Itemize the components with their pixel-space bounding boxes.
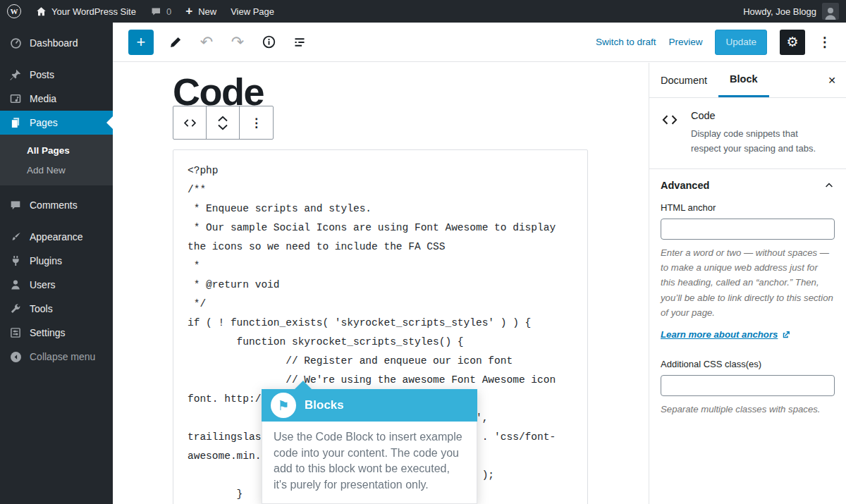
settings-toggle-button[interactable]: ⚙ [780, 30, 805, 55]
code-line: */ [188, 295, 573, 314]
chevron-up-icon [823, 180, 835, 191]
sidebar-item-tools[interactable]: Tools [0, 297, 113, 321]
code-line: if ( ! function_exists( 'skyrocket_scrip… [188, 314, 573, 333]
site-name-link[interactable]: Your WordPress Site [28, 0, 143, 23]
sidebar-item-pages[interactable]: Pages [0, 111, 113, 135]
view-page-label: View Page [231, 6, 274, 17]
css-classes-label: Additional CSS class(es) [661, 359, 835, 369]
css-classes-group: Additional CSS class(es) Separate multip… [661, 359, 835, 417]
sliders-icon [8, 326, 23, 340]
sidebar-item-label: Pages [30, 117, 58, 128]
block-card: Code Display code snippets that respect … [649, 98, 846, 169]
tip-body: Use the Code Block to insert example cod… [262, 422, 477, 504]
submenu-all-pages[interactable]: All Pages [0, 140, 113, 160]
sidebar-item-label: Users [30, 279, 56, 290]
redo-button[interactable]: ↷ [228, 33, 247, 51]
more-tools-button[interactable]: ⋮ [818, 34, 832, 50]
tab-document[interactable]: Document [649, 63, 718, 97]
menu-separator [0, 185, 113, 193]
switch-to-draft-button[interactable]: Switch to draft [596, 37, 656, 47]
comment-bubble-icon [150, 6, 162, 18]
pencil-icon [168, 35, 183, 49]
sidebar-item-collapse-menu[interactable]: Collapse menu [0, 345, 113, 369]
code-line: the icons so we need to include the FA C… [188, 238, 573, 257]
sidebar-item-settings[interactable]: Settings [0, 321, 113, 345]
learn-more-anchors-link[interactable]: Learn more about anchors [661, 329, 791, 340]
person-icon [823, 6, 838, 20]
html-anchor-help: Enter a word or two — without spaces — t… [661, 245, 835, 321]
new-content-menu[interactable]: + New [178, 0, 223, 23]
dashboard-icon [8, 36, 23, 50]
pages-icon [8, 116, 23, 130]
edit-mode-button[interactable] [166, 33, 185, 51]
sidebar-item-users[interactable]: Users [0, 273, 113, 297]
block-navigation-button[interactable] [290, 33, 309, 51]
tab-block[interactable]: Block [718, 63, 769, 97]
preview-button[interactable]: Preview [668, 37, 702, 47]
sidebar-item-appearance[interactable]: Appearance [0, 225, 113, 249]
block-type-button[interactable] [173, 106, 207, 139]
home-icon [35, 6, 47, 18]
user-avatar[interactable] [822, 3, 839, 20]
close-sidebar-button[interactable]: ✕ [828, 63, 836, 97]
flag-icon: ⚑ [271, 393, 296, 418]
sidebar-item-label: Comments [30, 199, 78, 211]
settings-sidebar: Document Block ✕ Code Display code snipp… [649, 63, 846, 504]
html-anchor-label: HTML anchor [661, 202, 835, 213]
close-icon: ✕ [828, 75, 836, 86]
sidebar-item-label: Settings [30, 327, 66, 338]
plus-icon: + [185, 4, 192, 18]
tip-header: ⚑ Blocks [262, 389, 477, 422]
sidebar-item-plugins[interactable]: Plugins [0, 249, 113, 273]
comment-count: 0 [166, 6, 171, 17]
advanced-panel-title: Advanced [661, 180, 709, 191]
sidebar-item-comments[interactable]: Comments [0, 193, 113, 217]
submenu-label: All Pages [27, 145, 70, 156]
user-icon [8, 278, 23, 292]
list-view-icon [293, 35, 307, 49]
sidebar-item-label: Tools [30, 303, 53, 314]
brush-icon [8, 230, 23, 244]
sidebar-item-dashboard[interactable]: Dashboard [0, 31, 113, 55]
code-line: * Our sample Social Icons are using Font… [188, 219, 573, 238]
code-line: * [188, 257, 573, 276]
sidebar-item-label: Posts [30, 69, 54, 80]
advanced-panel-toggle[interactable]: Advanced [649, 169, 846, 202]
code-line: <?php [188, 161, 573, 180]
advanced-panel-body: HTML anchor Enter a word or two — withou… [649, 202, 846, 430]
css-classes-input[interactable] [661, 375, 835, 396]
undo-button[interactable]: ↶ [197, 33, 216, 51]
sidebar-item-label: Dashboard [30, 37, 78, 49]
pages-submenu: All Pages Add New [0, 135, 113, 185]
comments-shortcut[interactable]: 0 [143, 0, 178, 23]
html-anchor-input[interactable] [661, 219, 835, 240]
submenu-add-new[interactable]: Add New [0, 160, 113, 180]
block-mover-button[interactable] [207, 106, 240, 139]
redo-icon: ↷ [231, 35, 244, 50]
block-card-title: Code [691, 110, 825, 121]
code-line: // We're using the awesome Font Awesome … [188, 371, 573, 390]
code-icon [661, 110, 682, 156]
update-button[interactable]: Update [715, 30, 767, 55]
view-page-link[interactable]: View Page [223, 0, 281, 23]
css-classes-help: Separate multiple classes with spaces. [661, 402, 835, 417]
block-inserter-button[interactable]: + [128, 30, 154, 55]
block-options-button[interactable]: ⋮ [240, 106, 273, 139]
sidebar-item-posts[interactable]: Posts [0, 63, 113, 87]
chevron-up-icon [217, 116, 228, 122]
sidebar-item-label: Collapse menu [30, 351, 95, 362]
admin-sidebar: Dashboard Posts Media Pages All Pages Ad… [0, 23, 113, 504]
howdy-greeting[interactable]: Howdy, Joe Blogg [743, 6, 816, 17]
chevron-down-icon [217, 124, 228, 130]
tip-title: Blocks [305, 398, 344, 412]
code-icon [183, 116, 197, 130]
sidebar-item-media[interactable]: Media [0, 87, 113, 111]
comments-icon [8, 198, 23, 212]
code-line: * Enqueue scripts and styles. [188, 199, 573, 219]
ellipsis-icon: ⋮ [250, 116, 262, 130]
code-line: // Register and enqueue our icon font [188, 352, 573, 371]
code-line: function skyrocket_scripts_styles() { [188, 333, 573, 352]
menu-separator [0, 217, 113, 225]
wordpress-logo-menu[interactable]: W [0, 0, 28, 23]
content-structure-button[interactable] [259, 33, 278, 51]
